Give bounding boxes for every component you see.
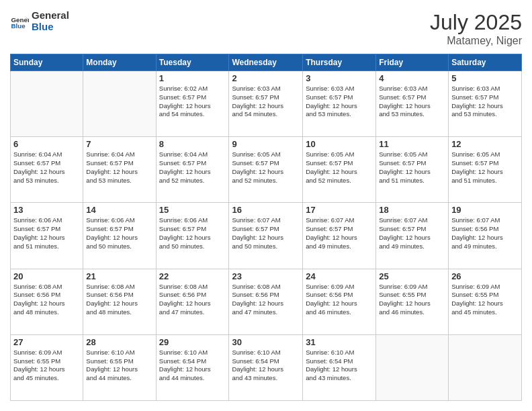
- day-number: 3: [306, 73, 373, 83]
- calendar-week-3: 20Sunrise: 6:08 AM Sunset: 6:56 PM Dayli…: [11, 269, 522, 334]
- day-number: 1: [159, 73, 226, 83]
- calendar-header-row: SundayMondayTuesdayWednesdayThursdayFrid…: [11, 54, 522, 71]
- day-info: Sunrise: 6:05 AM Sunset: 6:57 PM Dayligh…: [451, 150, 519, 185]
- calendar-cell: 6Sunrise: 6:04 AM Sunset: 6:57 PM Daylig…: [11, 137, 83, 203]
- day-info: Sunrise: 6:03 AM Sunset: 6:57 PM Dayligh…: [306, 85, 373, 119]
- calendar-cell: 13Sunrise: 6:06 AM Sunset: 6:57 PM Dayli…: [11, 203, 83, 269]
- day-info: Sunrise: 6:06 AM Sunset: 6:57 PM Dayligh…: [86, 216, 152, 250]
- calendar-cell: [11, 71, 83, 137]
- calendar-cell: 14Sunrise: 6:06 AM Sunset: 6:57 PM Dayli…: [83, 203, 156, 269]
- calendar-week-1: 6Sunrise: 6:04 AM Sunset: 6:57 PM Daylig…: [11, 137, 522, 203]
- day-number: 10: [306, 139, 373, 149]
- day-number: 15: [159, 205, 226, 215]
- day-number: 17: [306, 205, 373, 215]
- calendar-cell: 28Sunrise: 6:10 AM Sunset: 6:55 PM Dayli…: [83, 334, 156, 400]
- weekday-header-wednesday: Wednesday: [229, 54, 303, 71]
- day-info: Sunrise: 6:03 AM Sunset: 6:57 PM Dayligh…: [451, 85, 519, 119]
- day-number: 14: [86, 205, 152, 215]
- day-number: 9: [232, 139, 300, 149]
- calendar-cell: 19Sunrise: 6:07 AM Sunset: 6:56 PM Dayli…: [449, 203, 522, 269]
- day-number: 28: [86, 337, 152, 347]
- calendar-cell: 9Sunrise: 6:05 AM Sunset: 6:57 PM Daylig…: [229, 137, 303, 203]
- day-info: Sunrise: 6:09 AM Sunset: 6:56 PM Dayligh…: [306, 283, 373, 317]
- svg-text:Blue: Blue: [11, 21, 26, 29]
- calendar-cell: 30Sunrise: 6:10 AM Sunset: 6:54 PM Dayli…: [229, 334, 303, 400]
- day-number: 26: [451, 271, 519, 281]
- weekday-header-monday: Monday: [83, 54, 156, 71]
- day-number: 27: [13, 337, 80, 347]
- calendar-cell: 17Sunrise: 6:07 AM Sunset: 6:57 PM Dayli…: [303, 203, 376, 269]
- day-number: 31: [306, 337, 373, 347]
- calendar-cell: 27Sunrise: 6:09 AM Sunset: 6:55 PM Dayli…: [11, 334, 83, 400]
- day-number: 16: [232, 205, 300, 215]
- calendar-cell: 22Sunrise: 6:08 AM Sunset: 6:56 PM Dayli…: [156, 269, 229, 334]
- day-info: Sunrise: 6:07 AM Sunset: 6:57 PM Dayligh…: [306, 216, 373, 250]
- day-info: Sunrise: 6:02 AM Sunset: 6:57 PM Dayligh…: [159, 85, 226, 119]
- weekday-header-sunday: Sunday: [11, 54, 83, 71]
- calendar-cell: 18Sunrise: 6:07 AM Sunset: 6:57 PM Dayli…: [376, 203, 449, 269]
- calendar-cell: 20Sunrise: 6:08 AM Sunset: 6:56 PM Dayli…: [11, 269, 83, 334]
- month-title: July 2025: [430, 10, 522, 35]
- day-info: Sunrise: 6:03 AM Sunset: 6:57 PM Dayligh…: [379, 85, 445, 119]
- day-info: Sunrise: 6:06 AM Sunset: 6:57 PM Dayligh…: [13, 216, 80, 250]
- weekday-header-thursday: Thursday: [303, 54, 376, 71]
- calendar-cell: 29Sunrise: 6:10 AM Sunset: 6:54 PM Dayli…: [156, 334, 229, 400]
- day-info: Sunrise: 6:10 AM Sunset: 6:54 PM Dayligh…: [159, 349, 226, 383]
- day-number: 19: [451, 205, 519, 215]
- calendar-week-0: 1Sunrise: 6:02 AM Sunset: 6:57 PM Daylig…: [11, 71, 522, 137]
- calendar-body: 1Sunrise: 6:02 AM Sunset: 6:57 PM Daylig…: [11, 71, 522, 401]
- calendar-cell: [449, 334, 522, 400]
- day-info: Sunrise: 6:08 AM Sunset: 6:56 PM Dayligh…: [159, 283, 226, 317]
- calendar-week-4: 27Sunrise: 6:09 AM Sunset: 6:55 PM Dayli…: [11, 334, 522, 400]
- day-number: 18: [379, 205, 445, 215]
- day-number: 7: [86, 139, 152, 149]
- calendar-cell: 8Sunrise: 6:04 AM Sunset: 6:57 PM Daylig…: [156, 137, 229, 203]
- day-info: Sunrise: 6:05 AM Sunset: 6:57 PM Dayligh…: [306, 150, 373, 185]
- day-number: 13: [13, 205, 80, 215]
- day-number: 4: [379, 73, 445, 83]
- calendar-cell: 10Sunrise: 6:05 AM Sunset: 6:57 PM Dayli…: [303, 137, 376, 203]
- calendar-cell: 1Sunrise: 6:02 AM Sunset: 6:57 PM Daylig…: [156, 71, 229, 137]
- day-number: 22: [159, 271, 226, 281]
- day-number: 8: [159, 139, 226, 149]
- day-info: Sunrise: 6:10 AM Sunset: 6:54 PM Dayligh…: [232, 349, 300, 383]
- weekday-header-friday: Friday: [376, 54, 449, 71]
- logo-blue: Blue: [32, 21, 69, 33]
- day-info: Sunrise: 6:09 AM Sunset: 6:55 PM Dayligh…: [379, 283, 445, 317]
- day-number: 6: [13, 139, 80, 149]
- calendar-cell: 21Sunrise: 6:08 AM Sunset: 6:56 PM Dayli…: [83, 269, 156, 334]
- calendar-cell: 26Sunrise: 6:09 AM Sunset: 6:55 PM Dayli…: [449, 269, 522, 334]
- calendar-cell: 16Sunrise: 6:07 AM Sunset: 6:57 PM Dayli…: [229, 203, 303, 269]
- day-number: 5: [451, 73, 519, 83]
- day-info: Sunrise: 6:10 AM Sunset: 6:55 PM Dayligh…: [86, 349, 152, 383]
- day-number: 25: [379, 271, 445, 281]
- calendar-cell: 24Sunrise: 6:09 AM Sunset: 6:56 PM Dayli…: [303, 269, 376, 334]
- day-info: Sunrise: 6:08 AM Sunset: 6:56 PM Dayligh…: [232, 283, 300, 317]
- day-info: Sunrise: 6:04 AM Sunset: 6:57 PM Dayligh…: [86, 150, 152, 185]
- calendar-week-2: 13Sunrise: 6:06 AM Sunset: 6:57 PM Dayli…: [11, 203, 522, 269]
- calendar-cell: 3Sunrise: 6:03 AM Sunset: 6:57 PM Daylig…: [303, 71, 376, 137]
- calendar-cell: 7Sunrise: 6:04 AM Sunset: 6:57 PM Daylig…: [83, 137, 156, 203]
- calendar-cell: 12Sunrise: 6:05 AM Sunset: 6:57 PM Dayli…: [449, 137, 522, 203]
- day-number: 20: [13, 271, 80, 281]
- day-info: Sunrise: 6:04 AM Sunset: 6:57 PM Dayligh…: [13, 150, 80, 185]
- calendar-cell: 11Sunrise: 6:05 AM Sunset: 6:57 PM Dayli…: [376, 137, 449, 203]
- calendar-cell: 25Sunrise: 6:09 AM Sunset: 6:55 PM Dayli…: [376, 269, 449, 334]
- day-info: Sunrise: 6:09 AM Sunset: 6:55 PM Dayligh…: [13, 349, 80, 383]
- day-info: Sunrise: 6:07 AM Sunset: 6:57 PM Dayligh…: [232, 216, 300, 250]
- day-number: 11: [379, 139, 445, 149]
- day-info: Sunrise: 6:08 AM Sunset: 6:56 PM Dayligh…: [86, 283, 152, 317]
- title-block: July 2025 Matamey, Niger: [430, 10, 522, 47]
- day-number: 12: [451, 139, 519, 149]
- day-number: 23: [232, 271, 300, 281]
- logo-icon: General Blue: [10, 12, 29, 31]
- calendar-cell: 23Sunrise: 6:08 AM Sunset: 6:56 PM Dayli…: [229, 269, 303, 334]
- location-subtitle: Matamey, Niger: [430, 35, 522, 47]
- day-info: Sunrise: 6:03 AM Sunset: 6:57 PM Dayligh…: [232, 85, 300, 119]
- day-number: 24: [306, 271, 373, 281]
- calendar-cell: [83, 71, 156, 137]
- calendar-table: SundayMondayTuesdayWednesdayThursdayFrid…: [10, 54, 522, 401]
- day-number: 30: [232, 337, 300, 347]
- day-info: Sunrise: 6:09 AM Sunset: 6:55 PM Dayligh…: [451, 283, 519, 317]
- weekday-header-saturday: Saturday: [449, 54, 522, 71]
